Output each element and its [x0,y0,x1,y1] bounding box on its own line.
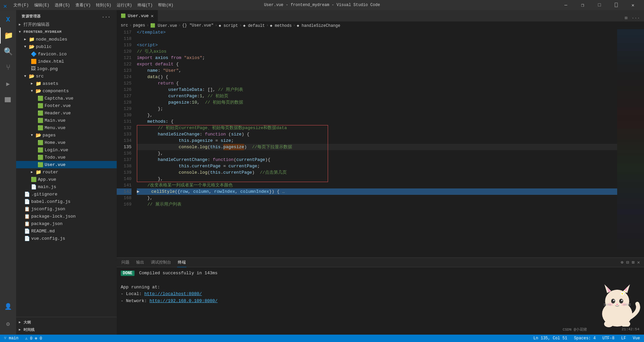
panel-tabs: 问题 输出 调试控制台 终端 ⊕ ⊟ ⊠ ✕ [117,258,644,267]
panel-close-button[interactable]: ✕ [637,260,640,265]
tree-babel[interactable]: 📄 babel.config.js [16,198,117,205]
menu-edit[interactable]: 编辑(E) [32,2,52,9]
minimize-button[interactable]: — [558,0,574,10]
tree-favicon[interactable]: 🔷 favicon.ico [16,50,117,58]
tree-index-html[interactable]: 🟧 index.html [16,58,117,65]
activity-settings[interactable]: ⚙ [0,316,16,332]
vue-icon-2: 🟩 [38,103,43,109]
tree-node-modules[interactable]: ▶ 📁 node_modules [16,36,117,43]
terminal-done-line: DONE Compiled successfully in 143ms [121,270,640,277]
maximize-button[interactable]: □ [592,0,607,10]
panel-tab-output[interactable]: 输出 [136,258,145,267]
statusbar-encoding[interactable]: UTF-8 [601,336,616,341]
md-icon: 📄 [24,228,30,234]
panel-maximize-button[interactable]: ⊠ [632,260,634,265]
split-editor-button[interactable]: ⊞ [623,14,629,21]
statusbar-errors[interactable]: ⚠ 0 ⊕ 0 [24,336,43,341]
tree-main-vue[interactable]: 🟩 Main.vue [16,117,117,124]
tab-user-vue[interactable]: 🟩 User.vue ✕ [117,10,158,21]
panel-tab-problems[interactable]: 问题 [121,258,130,267]
breadcrumb-sep-6: › [266,23,269,28]
tree-home[interactable]: 🟩 Home.vue [16,139,117,146]
tree-pkg[interactable]: 📋 package.json [16,220,117,227]
activity-extensions[interactable]: ⯀ [0,92,16,108]
panel-split-button[interactable]: ⊟ [626,260,629,265]
more-actions-button[interactable]: ··· [630,15,641,21]
tree-jsconfig[interactable]: 📋 jsconfig.json [16,205,117,213]
tree-logo[interactable]: 🖼 logo.png [16,65,117,72]
tree-readme[interactable]: 📄 README.md [16,227,117,235]
layout-button[interactable]: ⎕ [608,0,624,10]
statusbar-branch[interactable]: ⑂ main [3,336,20,341]
tree-header[interactable]: 🟩 Header.vue [16,109,117,117]
pages-folder-icon: 📂 [36,132,41,138]
statusbar-spaces[interactable]: Spaces: 4 [573,336,597,341]
tree-vueconfig[interactable]: 📄 vue.config.js [16,235,117,242]
root-chevron: ▼ [19,30,23,34]
menu-select[interactable]: 选择(S) [53,2,72,9]
breadcrumb-script[interactable]: ◆ script [219,23,238,28]
menu-view[interactable]: 查看(V) [73,2,93,9]
tree-public[interactable]: ▼ 📂 public [16,43,117,50]
panel-add-button[interactable]: ⊕ [621,260,623,265]
restore-button[interactable]: ❒ [575,0,590,10]
tab-vue-icon: 🟩 [121,13,126,18]
breadcrumb-file[interactable]: 🟩 User.vue [150,23,177,28]
code-content[interactable]: </template> <script> // 引入axios import a… [134,29,617,258]
network-url[interactable]: http://192.168.0.109:8080/ [150,298,218,303]
activity-account[interactable]: 👤 [0,298,16,315]
tree-todo[interactable]: 🟩 Todo.vue [16,154,117,161]
tree-login[interactable]: 🟩 Login.vue [16,146,117,154]
breadcrumb-src[interactable]: src [121,23,128,28]
code-editor[interactable]: 117 118 119 120 121 122 123 124 125 126 … [117,29,644,258]
minimap-canvas [617,29,644,258]
statusbar-eol[interactable]: LF [620,336,627,341]
menu-label: Menu.vue [45,125,114,130]
tree-src[interactable]: ▼ 📂 src [16,72,117,80]
tree-footer[interactable]: 🟩 Footer.vue [16,102,117,109]
panel-tab-debug[interactable]: 调试控制台 [150,258,172,267]
tree-assets[interactable]: ▶ 📁 assets [16,80,117,87]
sidebar-bottom: ▶ 大纲 ▶ 时间线 [16,317,117,335]
login-vue-icon: 🟩 [38,147,43,153]
activity-debug[interactable]: ▶ [0,76,16,92]
statusbar-lang[interactable]: Vue [631,336,641,341]
close-button[interactable]: ✕ [625,0,641,10]
code-line-123: name : "User" , [137,67,617,74]
tree-gitignore[interactable]: 📄 .gitignore [16,190,117,198]
menu-goto[interactable]: 转到(G) [94,2,113,9]
tab-close-button[interactable]: ✕ [151,13,153,19]
breadcrumb-methods[interactable]: ◆ methods [270,23,292,28]
timeline-section[interactable]: ▶ 时间线 [16,326,117,333]
tree-router[interactable]: ▶ 📁 router [16,168,117,176]
root-folder[interactable]: ▼ FRONTEND_MYDREAM [16,28,117,36]
vscode-icon: ✕ [3,2,9,8]
local-url[interactable]: http://localhost:8080/ [144,291,202,296]
panel-tab-terminal[interactable]: 终端 [177,258,186,267]
open-editors-section[interactable]: ▶ 打开的编辑器 [16,21,117,28]
menu-help[interactable]: 帮助(H) [156,2,175,9]
statusbar-ln-col[interactable]: Ln 135, Col 51 [532,336,569,341]
menu-run[interactable]: 运行(R) [115,2,134,9]
tree-pages[interactable]: ▼ 📂 pages [16,131,117,139]
tree-captcha[interactable]: 🟩 Captcha.vue [16,95,117,102]
activity-explorer[interactable]: 📁 [0,27,16,44]
activity-git[interactable]: ⑂ [0,60,16,76]
panel-content[interactable]: DONE Compiled successfully in 143ms App … [117,267,644,335]
tree-components[interactable]: ▼ 📂 components [16,87,117,95]
breadcrumb-obj[interactable]: {} "User.vue" [182,23,214,28]
code-line-135: console . log ( this . pagesize ) //每页下拉… [137,144,617,150]
breadcrumb-pages[interactable]: pages [133,23,145,28]
breadcrumb-default[interactable]: ◆ default [243,23,265,28]
tree-app-vue[interactable]: 🟩 App.vue [16,176,117,183]
breadcrumb-sep-5: › [239,23,242,28]
activity-search[interactable]: 🔍 [0,44,16,60]
sidebar-more-button[interactable]: ... [101,13,111,19]
menu-file[interactable]: 文件(F) [11,2,31,9]
tree-user[interactable]: 🟩 User.vue [16,161,117,168]
tree-pkglock[interactable]: 📋 package-lock.json [16,213,117,220]
menu-terminal[interactable]: 终端(T) [136,2,155,9]
outline-section[interactable]: ▶ 大纲 [16,319,117,326]
tree-main-js[interactable]: 📄 main.js [16,183,117,190]
tree-menu[interactable]: 🟩 Menu.vue [16,124,117,131]
